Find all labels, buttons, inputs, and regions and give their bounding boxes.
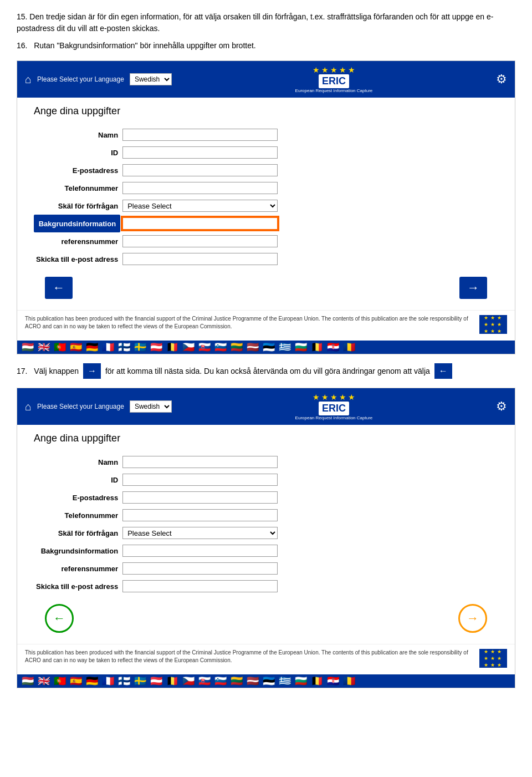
home-icon-2: ⌂ bbox=[25, 400, 32, 413]
flag-gb: 🇬🇧 bbox=[37, 343, 51, 352]
flag2-be2: 🇧🇪 bbox=[310, 677, 324, 685]
cell2-namn bbox=[120, 453, 498, 471]
input2-email[interactable] bbox=[122, 491, 278, 504]
row2-bakgrund: Bakgrundsinformation bbox=[34, 542, 498, 560]
row2-id: ID bbox=[34, 471, 498, 489]
flag-lv: 🇱🇻 bbox=[245, 343, 260, 352]
label-bakgrund: Bakgrundsinformation bbox=[34, 215, 120, 232]
flag2-fr: 🇫🇷 bbox=[101, 677, 115, 685]
num-17: 17. bbox=[17, 367, 27, 375]
flag-gr: 🇬🇷 bbox=[278, 343, 292, 352]
logo-stars: ★★★ ★★ bbox=[313, 65, 355, 74]
instruction-16: 16. Rutan "Bakgrundsinformation" bör inn… bbox=[17, 40, 515, 52]
forward-arrow-inline: → bbox=[83, 363, 101, 379]
flag-sk: 🇸🇰 bbox=[197, 343, 212, 352]
input-phone[interactable] bbox=[122, 182, 278, 194]
footer-text-2: This publication has been produced with … bbox=[25, 649, 473, 664]
text-15: Den tredje sidan är för din egen informa… bbox=[17, 12, 493, 33]
eric-app-1: ⌂ Please Select your Language Swedish ★★… bbox=[17, 60, 515, 354]
row2-phone: Telefonnummer bbox=[34, 506, 498, 524]
back-button-1[interactable]: ← bbox=[45, 277, 73, 299]
flags-row-2: 🇭🇺 🇬🇧 🇵🇹 🇪🇸 🇩🇪 🇫🇷 🇫🇮 🇸🇪 🇦🇹 🇧🇪 🇨🇿 🇸🇰 🇸🇮 🇱… bbox=[17, 674, 515, 688]
flag-lt: 🇱🇹 bbox=[229, 343, 244, 352]
label-send-email: Skicka till e-post adress bbox=[34, 250, 120, 268]
forward-button-2[interactable]: → bbox=[458, 604, 487, 633]
flag-pt: 🇵🇹 bbox=[53, 343, 67, 352]
input-send-email[interactable] bbox=[122, 253, 278, 265]
row2-skal: Skäl för förfrågan Please Select bbox=[34, 524, 498, 542]
cell-id bbox=[120, 144, 498, 161]
gear-icon-2[interactable]: ⚙ bbox=[496, 399, 507, 414]
flag-at: 🇦🇹 bbox=[149, 343, 163, 352]
row2-email: E-postadress bbox=[34, 489, 498, 506]
eric-app-2: ⌂ Please Select your Language Swedish ★★… bbox=[17, 388, 515, 688]
logo-text-2: ERIC bbox=[319, 402, 349, 415]
input-email[interactable] bbox=[122, 164, 278, 176]
flag2-at: 🇦🇹 bbox=[149, 677, 163, 685]
input2-namn[interactable] bbox=[122, 456, 278, 468]
logo-text: ERIC bbox=[319, 74, 349, 88]
select2-skal[interactable]: Please Select bbox=[122, 527, 278, 539]
flag2-be: 🇧🇪 bbox=[165, 677, 180, 685]
language-select[interactable]: Swedish bbox=[130, 73, 172, 85]
row-email: E-postadress bbox=[34, 161, 498, 179]
row-phone: Telefonnummer bbox=[34, 179, 498, 197]
cell2-email bbox=[120, 489, 498, 506]
instruction-15: 15. Den tredje sidan är för din egen inf… bbox=[17, 11, 515, 34]
flag2-hu: 🇭🇺 bbox=[21, 677, 35, 685]
text-17a: Välj knappen bbox=[34, 367, 79, 375]
label2-bakgrund: Bakgrundsinformation bbox=[34, 542, 120, 560]
row-skal: Skäl för förfrågan Please Select bbox=[34, 197, 498, 215]
footer-text-1: This publication has been produced with … bbox=[25, 315, 473, 331]
language-select-2[interactable]: Swedish bbox=[130, 400, 172, 413]
num-15: 15. bbox=[17, 12, 27, 21]
input2-id[interactable] bbox=[122, 474, 278, 486]
app-header-1: ⌂ Please Select your Language Swedish ★★… bbox=[17, 61, 515, 98]
input2-ref[interactable] bbox=[122, 562, 278, 575]
row-id: ID bbox=[34, 144, 498, 161]
cell-skal: Please Select bbox=[120, 197, 498, 215]
logo-subtext-2: European Request Information Capture bbox=[295, 415, 373, 420]
cell-ref bbox=[120, 232, 498, 250]
flag-ee: 🇪🇪 bbox=[262, 343, 276, 352]
input-namn[interactable] bbox=[122, 129, 278, 141]
flag2-es: 🇪🇸 bbox=[69, 677, 83, 685]
label-namn: Namn bbox=[34, 126, 120, 144]
flag-hu: 🇭🇺 bbox=[21, 343, 35, 352]
flag-si: 🇸🇮 bbox=[213, 343, 228, 352]
gear-icon[interactable]: ⚙ bbox=[496, 72, 507, 87]
text-16: Rutan "Bakgrundsinformation" bör innehål… bbox=[34, 41, 256, 50]
input2-send-email[interactable] bbox=[122, 580, 278, 592]
flag-hr: 🇭🇷 bbox=[326, 343, 340, 352]
app-footer-2: This publication has been produced with … bbox=[17, 644, 515, 674]
input-ref[interactable] bbox=[122, 235, 278, 247]
flag2-hr: 🇭🇷 bbox=[326, 677, 340, 685]
select-skal[interactable]: Please Select bbox=[122, 200, 278, 212]
flag2-si: 🇸🇮 bbox=[213, 677, 228, 685]
eric-logo: ★★★ ★★ ERIC European Request Information… bbox=[295, 65, 373, 93]
flag2-ro: 🇷🇴 bbox=[342, 677, 356, 685]
input-id[interactable] bbox=[122, 146, 278, 159]
back-button-2[interactable]: ← bbox=[45, 604, 74, 633]
app-body-2: Ange dina uppgifter Namn ID bbox=[17, 425, 515, 644]
flag-se: 🇸🇪 bbox=[133, 343, 147, 352]
flag-cz: 🇨🇿 bbox=[181, 343, 196, 352]
input-bakgrund[interactable] bbox=[122, 217, 278, 230]
forward-button-1[interactable]: → bbox=[459, 277, 487, 299]
flag2-sk: 🇸🇰 bbox=[197, 677, 212, 685]
app-header-2: ⌂ Please Select your Language Swedish ★★… bbox=[17, 388, 515, 425]
header-left: ⌂ Please Select your Language Swedish bbox=[25, 73, 172, 86]
flag-bg: 🇧🇬 bbox=[294, 343, 308, 352]
lang-label: Please Select your Language bbox=[37, 75, 124, 83]
cell-bakgrund bbox=[120, 215, 498, 232]
flag2-fi: 🇫🇮 bbox=[117, 677, 131, 685]
flag2-pt: 🇵🇹 bbox=[53, 677, 67, 685]
input2-bakgrund[interactable] bbox=[122, 545, 278, 557]
label-skal: Skäl för förfrågan bbox=[34, 197, 120, 215]
flag-fr: 🇫🇷 bbox=[101, 343, 115, 352]
nav-buttons-2: ← → bbox=[34, 598, 498, 638]
input2-phone[interactable] bbox=[122, 509, 278, 521]
row-send-email: Skicka till e-post adress bbox=[34, 250, 498, 268]
form-title-2: Ange dina uppgifter bbox=[34, 433, 498, 444]
form-table-1: Namn ID E-postadress bbox=[34, 126, 498, 268]
